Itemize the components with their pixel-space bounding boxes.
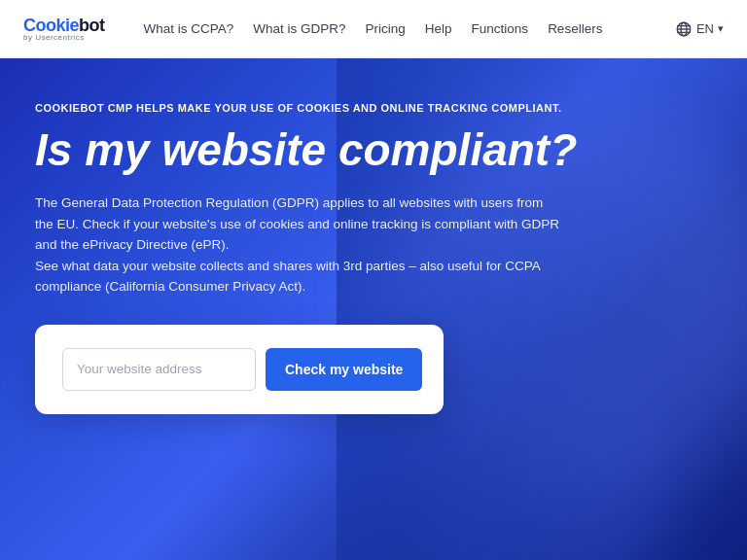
- language-code: EN: [696, 21, 714, 36]
- logo-suffix: bot: [79, 16, 104, 35]
- nav-link-functions[interactable]: Functions: [464, 18, 537, 40]
- navbar-right: EN ▾: [675, 20, 724, 38]
- hero-headline: Is my website compliant?: [35, 125, 587, 175]
- logo-brand: Cookiebot: [23, 17, 105, 34]
- nav-link-pricing[interactable]: Pricing: [358, 18, 413, 40]
- nav-links: What is CCPA? What is GDPR? Pricing Help…: [136, 18, 611, 40]
- navbar: Cookiebot by Usercentrics What is CCPA? …: [0, 0, 747, 58]
- website-input[interactable]: [62, 348, 256, 391]
- search-card: Check my website: [35, 325, 444, 414]
- language-selector[interactable]: EN ▾: [675, 20, 724, 38]
- navbar-left: Cookiebot by Usercentrics What is CCPA? …: [23, 17, 610, 42]
- nav-link-gdpr[interactable]: What is GDPR?: [245, 18, 353, 40]
- hero-eyebrow: COOKIEBOT CMP HELPS MAKE YOUR USE OF COO…: [35, 101, 587, 116]
- nav-link-help[interactable]: Help: [417, 18, 460, 40]
- globe-icon: [675, 20, 693, 38]
- nav-link-ccpa[interactable]: What is CCPA?: [136, 18, 242, 40]
- chevron-down-icon: ▾: [718, 22, 724, 35]
- logo-prefix: Cookie: [23, 16, 79, 35]
- search-row: Check my website: [62, 348, 416, 391]
- hero-content: COOKIEBOT CMP HELPS MAKE YOUR USE OF COO…: [0, 58, 622, 449]
- nav-link-resellers[interactable]: Resellers: [540, 18, 610, 40]
- hero-description: The General Data Protection Regulation (…: [35, 192, 560, 298]
- hero-section: COOKIEBOT CMP HELPS MAKE YOUR USE OF COO…: [0, 58, 747, 560]
- check-website-button[interactable]: Check my website: [266, 348, 422, 391]
- logo-sub: by Usercentrics: [23, 34, 105, 42]
- logo[interactable]: Cookiebot by Usercentrics: [23, 17, 105, 42]
